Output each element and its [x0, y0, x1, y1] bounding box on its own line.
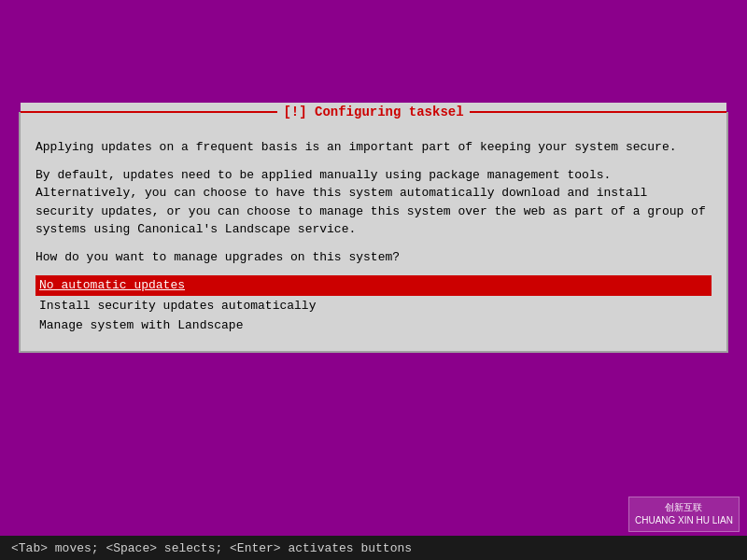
watermark-line1: 创新互联: [665, 502, 702, 512]
dialog-titlebar: [!] Configuring tasksel: [21, 103, 726, 121]
dialog-title: [!] Configuring tasksel: [277, 105, 469, 119]
dialog-content: Applying updates on a frequent basis is …: [21, 133, 726, 351]
dialog-box: [!] Configuring tasksel Applying updates…: [19, 112, 728, 353]
watermark: 创新互联 CHUANG XIN HU LIAN: [628, 497, 740, 532]
option-item-1[interactable]: Install security updates automatically: [35, 296, 712, 316]
title-line-right: [470, 111, 726, 113]
option-item-2[interactable]: Manage system with Landscape: [35, 315, 712, 336]
option-item-0[interactable]: No automatic updates: [35, 275, 712, 296]
status-bar: <Tab> moves; <Space> selects; <Enter> ac…: [0, 536, 747, 560]
paragraph-1: By default, updates need to be applied m…: [35, 166, 712, 239]
status-text: <Tab> moves; <Space> selects; <Enter> ac…: [11, 541, 412, 555]
paragraphs-container: Applying updates on a frequent basis is …: [35, 138, 712, 266]
paragraph-0: Applying updates on a frequent basis is …: [35, 138, 712, 157]
paragraph-2: How do you want to manage upgrades on th…: [35, 248, 712, 267]
title-line-left: [21, 111, 277, 113]
options-list[interactable]: No automatic updatesInstall security upd…: [35, 275, 712, 336]
watermark-line2: CHUANG XIN HU LIAN: [635, 515, 733, 525]
